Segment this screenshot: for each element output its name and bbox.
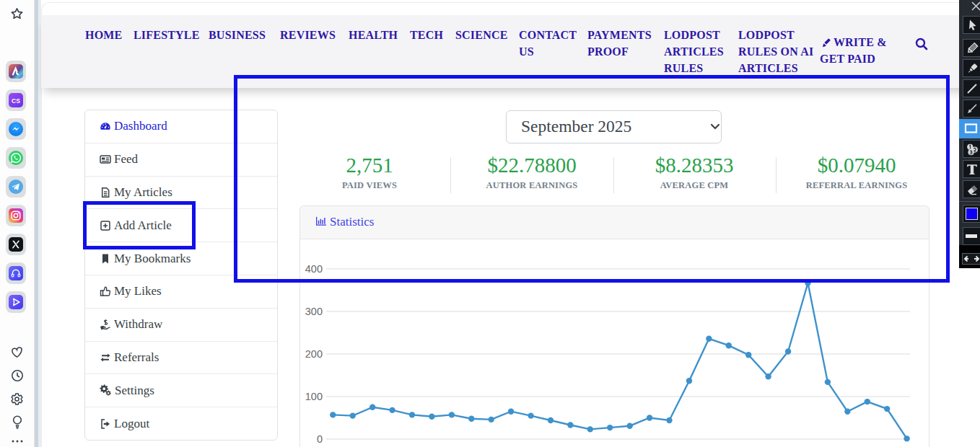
- svg-text:300: 300: [305, 306, 323, 317]
- svg-text:100: 100: [305, 391, 323, 402]
- svg-text:CS: CS: [12, 97, 20, 105]
- svg-text:200: 200: [305, 348, 323, 360]
- svg-text:0: 0: [317, 433, 323, 445]
